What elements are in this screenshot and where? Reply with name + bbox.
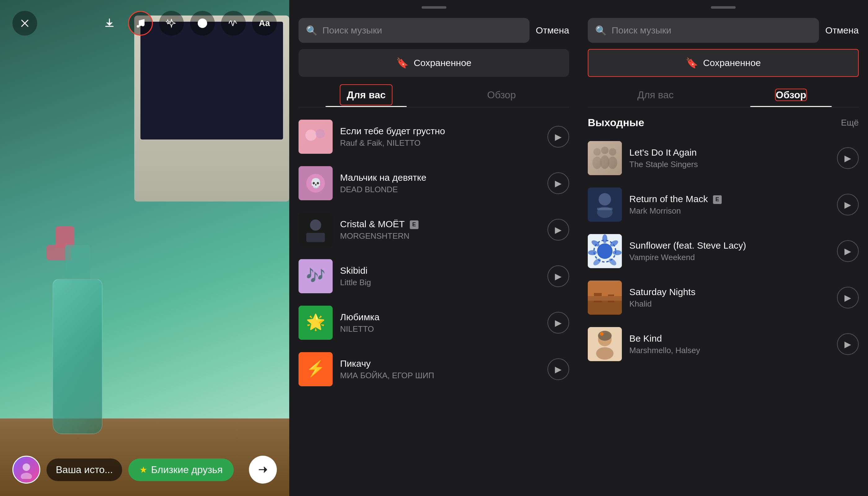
- song-item-5[interactable]: 🌟 Любимка NILETTO ▶: [289, 299, 578, 346]
- song-title-1: Если тебе будет грустно: [340, 126, 540, 136]
- play-icon-sunflower: ▶: [844, 246, 851, 257]
- tab-browse[interactable]: Обзор: [434, 83, 570, 107]
- saved-button[interactable]: 🔖 Сохраненное: [298, 49, 569, 77]
- svg-rect-13: [306, 233, 325, 242]
- song-info-staple: Let's Do It Again The Staple Singers: [629, 147, 830, 169]
- song-item-2[interactable]: 💀 Мальчик на девятке DEAD BLONDE ▶: [289, 160, 578, 206]
- svg-text:💀: 💀: [310, 177, 322, 189]
- send-button[interactable]: [249, 456, 277, 484]
- close-friends-label: Близкие друзья: [151, 464, 222, 476]
- song-title-mark: Return of the Mack E: [629, 194, 830, 204]
- song-artist-staple: The Staple Singers: [629, 160, 830, 169]
- play-icon-1: ▶: [555, 132, 562, 142]
- search-placeholder: Поиск музыки: [322, 25, 382, 36]
- song-info-4: Skibidi Little Big: [340, 265, 540, 288]
- svg-rect-21: [588, 141, 622, 175]
- play-icon-mark: ▶: [844, 200, 851, 210]
- tab-foryou-browse[interactable]: Для вас: [588, 83, 723, 107]
- play-button-mark[interactable]: ▶: [837, 194, 859, 215]
- play-button-halsey[interactable]: ▶: [837, 333, 859, 355]
- song-item-6[interactable]: ⚡ Пикачу МИА БОЙКА, ЕГОР ШИП ▶: [289, 346, 578, 392]
- album-art-2: 💀: [298, 166, 332, 200]
- play-button-6[interactable]: ▶: [547, 358, 569, 380]
- album-art-mark: [588, 188, 622, 222]
- download-button[interactable]: [97, 11, 122, 36]
- browse-item-1[interactable]: Let's Do It Again The Staple Singers ▶: [578, 135, 868, 181]
- camera-bottombar: Ваша исто... ★ Близкие друзья: [0, 443, 289, 496]
- album-art-1: [298, 120, 332, 154]
- song-title-khalid: Saturday Nights: [629, 287, 830, 297]
- cancel-button[interactable]: Отмена: [536, 25, 569, 36]
- play-button-staple[interactable]: ▶: [837, 147, 859, 169]
- close-friends-button[interactable]: ★ Близкие друзья: [128, 459, 234, 481]
- song-item-4[interactable]: 🎶 Skibidi Little Big ▶: [289, 253, 578, 299]
- search-bar-browse[interactable]: 🔍 Поиск музыки: [588, 18, 819, 43]
- sheet-handle-browse: [711, 6, 735, 9]
- song-title-2: Мальчик на девятке: [340, 172, 540, 183]
- song-info-5: Любимка NILETTO: [340, 312, 540, 334]
- play-button-2[interactable]: ▶: [547, 172, 569, 194]
- play-button-1[interactable]: ▶: [547, 126, 569, 148]
- play-icon-khalid: ▶: [844, 293, 851, 303]
- tabs-row-browse: Для вас Обзор: [588, 83, 859, 107]
- svg-rect-20: [588, 141, 622, 175]
- music-button[interactable]: [128, 11, 153, 36]
- play-button-sunflower[interactable]: ▶: [837, 240, 859, 262]
- saved-button-browse[interactable]: 🔖 Сохраненное: [588, 49, 859, 77]
- your-story-button[interactable]: Ваша исто...: [46, 459, 122, 481]
- browse-item-2[interactable]: Return of the Mack E Mark Morrison ▶: [578, 181, 868, 228]
- browse-item-4[interactable]: Saturday Nights Khalid ▶: [578, 274, 868, 321]
- cancel-button-browse[interactable]: Отмена: [825, 25, 859, 36]
- tab-browse-active-label: Обзор: [775, 89, 807, 101]
- wave-button[interactable]: [221, 11, 246, 36]
- spray-bottle: [37, 217, 124, 434]
- browse-item-5[interactable]: Be Kind Marshmello, Halsey ▶: [578, 321, 868, 367]
- music-list: Если тебе будет грустно Rauf & Faik, NIL…: [289, 113, 578, 496]
- play-button-khalid[interactable]: ▶: [837, 287, 859, 308]
- sparkle-button[interactable]: [159, 11, 184, 36]
- search-bar[interactable]: 🔍 Поиск музыки: [298, 18, 529, 43]
- tab-foryou[interactable]: Для вас: [298, 83, 434, 107]
- song-title-3: Cristal & МОЁТ E: [340, 219, 540, 229]
- story-avatar: [12, 456, 40, 484]
- song-item-1[interactable]: Если тебе будет грустно Rauf & Faik, NIL…: [289, 113, 578, 160]
- play-icon-3: ▶: [555, 225, 562, 235]
- play-button-5[interactable]: ▶: [547, 312, 569, 334]
- play-button-4[interactable]: ▶: [547, 265, 569, 287]
- song-artist-3: MORGENSHTERN: [340, 231, 540, 241]
- svg-point-3: [22, 463, 30, 471]
- sticker-button[interactable]: [190, 11, 215, 36]
- song-artist-halsey: Marshmello, Halsey: [629, 346, 830, 355]
- svg-point-40: [588, 250, 597, 255]
- browse-item-3[interactable]: Sunflower (feat. Steve Lacy) Vampire Wee…: [578, 228, 868, 274]
- music-foryou-panel: 🔍 Поиск музыки Отмена 🔖 Сохраненное Для …: [289, 0, 578, 496]
- section-more[interactable]: Ещё: [841, 118, 859, 128]
- tab-foryou-label: Для вас: [340, 84, 392, 105]
- svg-point-26: [609, 148, 616, 156]
- section-header: Выходные Ещё: [578, 113, 868, 135]
- browse-list: Let's Do It Again The Staple Singers ▶ R…: [578, 135, 868, 496]
- tabs-row: Для вас Обзор: [298, 83, 569, 107]
- album-art-4: 🎶: [298, 259, 332, 293]
- song-info-2: Мальчик на девятке DEAD BLONDE: [340, 172, 540, 195]
- song-item-3[interactable]: Cristal & МОЁТ E MORGENSHTERN ▶: [289, 206, 578, 253]
- music-browse-panel: 🔍 Поиск музыки Отмена 🔖 Сохраненное Для …: [578, 0, 868, 496]
- close-button[interactable]: [12, 11, 37, 36]
- song-artist-mark: Mark Morrison: [629, 206, 830, 216]
- bottle-neck: [65, 245, 90, 282]
- background-monitor: [134, 16, 289, 202]
- song-info-sunflower: Sunflower (feat. Steve Lacy) Vampire Wee…: [629, 240, 830, 262]
- svg-point-4: [21, 473, 32, 479]
- tab-browse-label: Обзор: [487, 89, 516, 100]
- play-icon-staple: ▶: [844, 153, 851, 164]
- tab-foryou-browse-label: Для вас: [637, 89, 673, 100]
- text-button[interactable]: Aa: [252, 11, 277, 36]
- explicit-badge-mark: E: [713, 195, 722, 204]
- svg-point-6: [305, 129, 316, 141]
- topbar-tools: Aa: [97, 11, 277, 36]
- song-info-khalid: Saturday Nights Khalid: [629, 287, 830, 309]
- search-icon-browse: 🔍: [595, 25, 607, 36]
- svg-point-24: [601, 146, 608, 154]
- play-button-3[interactable]: ▶: [547, 219, 569, 241]
- tab-browse-active[interactable]: Обзор: [723, 83, 859, 107]
